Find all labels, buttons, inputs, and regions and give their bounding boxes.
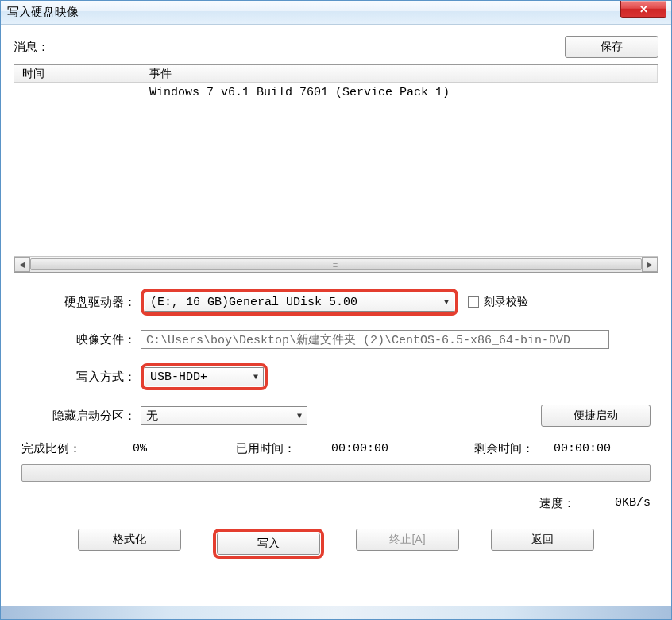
write-mode-select[interactable]: USB-HDD+ ▼: [145, 367, 264, 386]
log-row: Windows 7 v6.1 Build 7601 (Service Pack …: [14, 86, 658, 99]
write-button[interactable]: 写入: [217, 533, 320, 555]
remaining-value: 00:00:00: [554, 442, 611, 455]
hide-partition-label: 隐藏启动分区：: [21, 409, 141, 424]
scroll-thumb[interactable]: ≡: [30, 258, 642, 270]
drive-highlight: (E:, 16 GB)General UDisk 5.00 ▼: [141, 289, 458, 316]
chevron-down-icon: ▼: [444, 298, 449, 307]
close-icon[interactable]: ✕: [620, 1, 666, 18]
checkbox-box-icon: [468, 296, 479, 308]
log-header: 时间 事件: [14, 65, 658, 83]
scroll-left-icon[interactable]: ◀: [14, 257, 30, 272]
quick-boot-button[interactable]: 便捷启动: [541, 405, 651, 427]
column-time[interactable]: 时间: [14, 65, 141, 82]
drive-label: 硬盘驱动器：: [21, 295, 141, 310]
write-mode-highlight: USB-HDD+ ▼: [141, 363, 268, 390]
log-time: [14, 86, 141, 99]
elapsed-value: 00:00:00: [331, 442, 474, 455]
hide-partition-value: 无: [146, 409, 158, 424]
elapsed-label: 已用时间：: [236, 441, 331, 456]
dialog-window: 写入硬盘映像 ✕ 消息： 保存 时间 事件 Windows 7 v6.1 Bui…: [0, 0, 672, 620]
image-path-input[interactable]: C:\Users\boy\Desktop\新建文件夹 (2)\CentOS-6.…: [141, 330, 609, 349]
complete-label: 完成比例：: [21, 441, 133, 456]
content-area: 消息： 保存 时间 事件 Windows 7 v6.1 Build 7601 (…: [1, 25, 671, 570]
log-event: Windows 7 v6.1 Build 7601 (Service Pack …: [141, 86, 658, 99]
window-title: 写入硬盘映像: [7, 5, 79, 20]
hide-partition-select[interactable]: 无 ▼: [141, 406, 307, 425]
verify-label: 刻录校验: [484, 295, 528, 309]
scroll-track[interactable]: ≡: [30, 257, 642, 272]
write-mode-value: USB-HDD+: [150, 370, 207, 384]
drive-value: (E:, 16 GB)General UDisk 5.00: [150, 296, 357, 309]
titlebar[interactable]: 写入硬盘映像 ✕: [1, 1, 671, 25]
image-path-value: C:\Users\boy\Desktop\新建文件夹 (2)\CentOS-6.…: [146, 332, 570, 347]
chevron-down-icon: ▼: [297, 412, 302, 420]
complete-value: 0%: [133, 442, 236, 455]
chevron-down-icon: ▼: [253, 373, 258, 382]
save-button[interactable]: 保存: [565, 36, 658, 58]
back-button[interactable]: 返回: [491, 529, 594, 551]
footer-decoration: [1, 606, 671, 619]
image-label: 映像文件：: [21, 332, 141, 347]
write-mode-label: 写入方式：: [21, 370, 141, 385]
log-panel: 时间 事件 Windows 7 v6.1 Build 7601 (Service…: [14, 64, 658, 273]
format-button[interactable]: 格式化: [78, 529, 181, 551]
messages-label: 消息：: [14, 40, 49, 55]
log-body: Windows 7 v6.1 Build 7601 (Service Pack …: [14, 83, 658, 256]
progress-info: 完成比例： 0% 已用时间： 00:00:00 剩余时间： 00:00:00: [21, 441, 651, 456]
horizontal-scrollbar[interactable]: ◀ ≡ ▶: [14, 256, 658, 272]
speed-value: 0KB/s: [615, 496, 651, 511]
abort-button: 终止[A]: [356, 529, 459, 551]
drive-select[interactable]: (E:, 16 GB)General UDisk 5.00 ▼: [145, 293, 454, 312]
speed-label: 速度：: [539, 496, 575, 511]
progress-bar: [21, 464, 651, 482]
verify-checkbox[interactable]: 刻录校验: [468, 295, 528, 309]
scroll-right-icon[interactable]: ▶: [642, 257, 658, 272]
write-highlight: 写入: [213, 529, 324, 559]
column-event[interactable]: 事件: [141, 65, 658, 82]
remaining-label: 剩余时间：: [474, 441, 554, 456]
